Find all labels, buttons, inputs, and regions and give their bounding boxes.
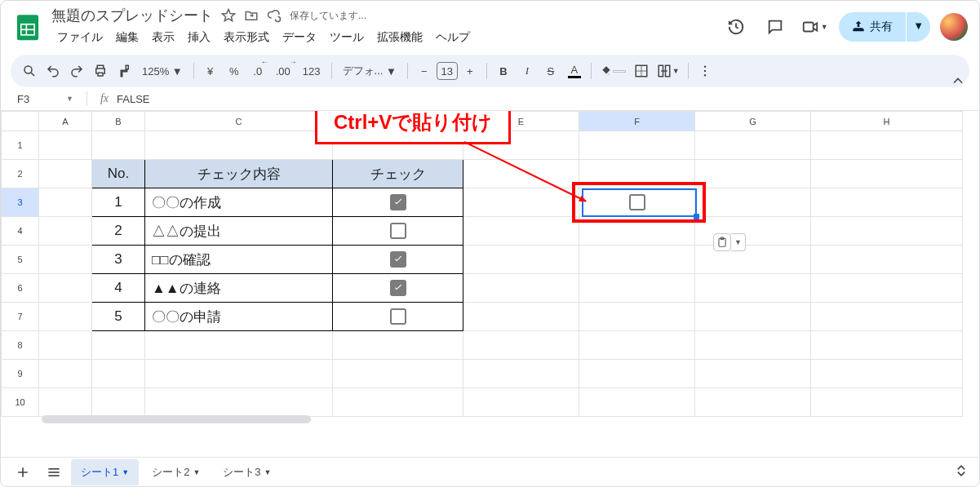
strike-button[interactable]: S (540, 60, 561, 82)
table-cell-checkbox[interactable] (333, 303, 463, 331)
table-cell[interactable]: 2 (92, 217, 145, 246)
row-header-6[interactable]: 6 (2, 274, 39, 303)
font-size-input[interactable]: 13 (437, 62, 458, 80)
menu-tools[interactable]: ツール (324, 27, 370, 48)
collapse-toolbar-icon[interactable] (947, 70, 969, 91)
star-icon[interactable] (221, 8, 236, 23)
move-folder-icon[interactable] (244, 8, 259, 23)
row-header-1[interactable]: 1 (2, 131, 39, 160)
menu-format[interactable]: 表示形式 (218, 27, 275, 48)
more-formats[interactable]: 123 (298, 60, 326, 82)
paste-options-icon[interactable] (713, 233, 731, 251)
cloud-status-icon[interactable] (267, 8, 282, 23)
select-all-corner[interactable] (2, 112, 39, 131)
menu-help[interactable]: ヘルプ (430, 27, 476, 48)
history-icon[interactable] (721, 12, 751, 42)
table-cell[interactable]: 〇〇の作成 (145, 188, 333, 217)
search-icon[interactable] (19, 60, 40, 82)
table-cell-checkbox[interactable] (333, 217, 463, 246)
undo-icon[interactable] (42, 60, 64, 82)
table-cell[interactable]: 4 (92, 274, 145, 303)
print-icon[interactable] (90, 60, 111, 82)
font-size-decrease[interactable]: − (414, 60, 435, 82)
row-header-4[interactable]: 4 (2, 217, 39, 246)
col-header-G[interactable]: G (695, 112, 811, 131)
all-sheets-icon[interactable] (40, 460, 68, 485)
share-dropdown[interactable]: ▼ (907, 12, 930, 42)
explore-icon[interactable] (950, 459, 973, 482)
menu-data[interactable]: データ (277, 27, 322, 48)
horizontal-scrollbar[interactable] (38, 414, 964, 425)
fill-color-button[interactable] (597, 60, 628, 82)
merge-cells-button[interactable]: ▼ (654, 60, 682, 82)
col-header-C[interactable]: C (145, 112, 333, 131)
col-header-A[interactable]: A (39, 112, 92, 131)
row-header-3[interactable]: 3 (2, 188, 39, 217)
format-percent[interactable]: % (224, 60, 245, 82)
row-header-2[interactable]: 2 (2, 160, 39, 188)
menu-view[interactable]: 表示 (146, 27, 180, 48)
font-size-increase[interactable]: + (459, 60, 481, 82)
col-header-H[interactable]: H (811, 112, 963, 131)
chevron-down-icon[interactable]: ▼ (264, 468, 272, 476)
menu-edit[interactable]: 編集 (110, 27, 144, 48)
table-header-check[interactable]: チェック (333, 160, 463, 188)
zoom-dropdown[interactable]: 125% ▼ (137, 60, 188, 82)
checkbox-unchecked-icon[interactable] (390, 223, 406, 239)
table-cell[interactable]: △△の提出 (145, 217, 333, 246)
checkbox-checked-icon[interactable] (390, 251, 406, 268)
sheet-tab-2[interactable]: シート2▼ (142, 459, 210, 485)
namebox-dropdown-icon[interactable]: ▼ (66, 95, 73, 103)
table-cell[interactable]: ▲▲の連絡 (145, 274, 333, 303)
borders-button[interactable] (631, 60, 652, 82)
bold-button[interactable]: B (493, 60, 514, 82)
menu-extensions[interactable]: 拡張機能 (371, 27, 428, 48)
checkbox-unchecked-icon[interactable] (390, 308, 406, 325)
font-family[interactable]: デフォ... ▼ (338, 60, 401, 82)
paste-options-dropdown[interactable]: ▼ (731, 233, 746, 251)
add-sheet-icon[interactable] (9, 460, 37, 485)
row-header-5[interactable]: 5 (2, 246, 39, 274)
table-header-no[interactable]: No. (92, 160, 145, 188)
spreadsheet-grid[interactable]: A B C D E F G H 1 2 No. チェック内容 チェック 3 1 … (1, 111, 979, 457)
table-cell-checkbox[interactable] (333, 274, 463, 303)
menu-insert[interactable]: 挿入 (182, 27, 216, 48)
comment-icon[interactable] (760, 12, 790, 42)
paint-format-icon[interactable] (113, 60, 135, 82)
document-title[interactable]: 無題のスプレッドシート (51, 6, 213, 25)
chevron-down-icon[interactable]: ▼ (122, 468, 129, 476)
table-cell[interactable]: 3 (92, 246, 145, 274)
text-color-button[interactable]: A (564, 60, 585, 82)
chevron-down-icon[interactable]: ▼ (193, 468, 200, 476)
table-cell[interactable]: 1 (92, 188, 145, 217)
increase-decimal[interactable]: .00→ (271, 60, 295, 82)
italic-button[interactable]: I (517, 60, 538, 82)
table-header-content[interactable]: チェック内容 (145, 160, 333, 188)
sheet-tab-3[interactable]: シート3▼ (213, 459, 281, 485)
sheet-tab-1[interactable]: シート1▼ (71, 459, 139, 485)
table-cell-checkbox[interactable] (333, 246, 463, 274)
col-header-F[interactable]: F (579, 112, 695, 131)
redo-icon[interactable] (66, 60, 87, 82)
col-header-B[interactable]: B (92, 112, 145, 131)
checkbox-checked-icon[interactable] (390, 194, 406, 210)
share-button[interactable]: 共有 (839, 12, 906, 42)
name-box[interactable]: F3 (11, 93, 58, 105)
more-toolbar-icon[interactable] (694, 60, 716, 82)
row-header-8[interactable]: 8 (2, 331, 39, 360)
menu-file[interactable]: ファイル (51, 27, 109, 48)
account-avatar[interactable] (940, 13, 968, 41)
row-header-7[interactable]: 7 (2, 303, 39, 331)
format-currency[interactable]: ¥ (200, 60, 221, 82)
table-cell-checkbox[interactable] (333, 188, 463, 217)
formula-input[interactable]: FALSE (117, 93, 149, 105)
table-cell[interactable]: 〇〇の申請 (145, 303, 333, 331)
decrease-decimal[interactable]: .0← (247, 60, 268, 82)
meet-icon[interactable]: ▼ (800, 12, 829, 42)
row-header-9[interactable]: 9 (2, 360, 39, 388)
checkbox-checked-icon[interactable] (390, 280, 406, 296)
row-header-10[interactable]: 10 (2, 388, 39, 417)
table-cell[interactable]: □□の確認 (145, 246, 333, 274)
sheets-logo-icon[interactable] (12, 11, 43, 42)
table-cell[interactable]: 5 (92, 303, 145, 331)
